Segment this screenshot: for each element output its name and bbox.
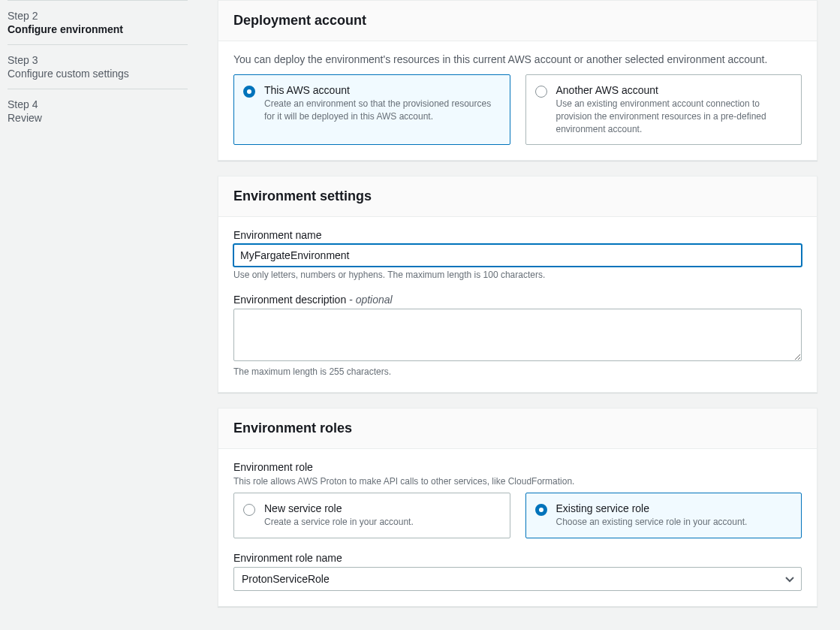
environment-role-label: Environment role [233, 461, 802, 473]
step-title: Review [8, 112, 188, 124]
radio-description: Create an environment so that the provis… [264, 98, 499, 123]
environment-description-input[interactable] [233, 309, 802, 361]
step-2[interactable]: Step 2 Configure environment [8, 1, 188, 45]
radio-description: Choose an existing service role in your … [556, 516, 791, 529]
radio-existing-service-role[interactable]: Existing service role Choose an existing… [525, 493, 802, 538]
radio-this-aws-account[interactable]: This AWS account Create an environment s… [233, 74, 510, 145]
environment-name-label: Environment name [233, 229, 802, 241]
radio-title: This AWS account [264, 84, 499, 96]
step-number: Step 4 [8, 98, 188, 110]
step-number: Step 2 [8, 10, 188, 22]
deployment-account-heading: Deployment account [233, 13, 802, 29]
radio-title: New service role [264, 502, 499, 514]
radio-description: Create a service role in your account. [264, 516, 499, 529]
environment-description-label: Environment description - optional [233, 294, 802, 306]
radio-icon [243, 86, 255, 98]
deployment-intro: You can deploy the environment's resourc… [233, 53, 802, 65]
radio-icon [243, 504, 255, 516]
environment-name-hint: Use only letters, numbers or hyphens. Th… [233, 270, 802, 280]
radio-new-service-role[interactable]: New service role Create a service role i… [233, 493, 510, 538]
step-title: Configure custom settings [8, 68, 188, 80]
radio-icon [535, 86, 547, 98]
step-number: Step 3 [8, 54, 188, 66]
environment-role-sublabel: This role allows AWS Proton to make API … [233, 476, 802, 487]
main-content: Deployment account You can deploy the en… [218, 0, 840, 622]
radio-another-aws-account[interactable]: Another AWS account Use an existing envi… [525, 74, 802, 145]
environment-role-name-select[interactable]: ProtonServiceRole [233, 567, 802, 591]
environment-role-name-label: Environment role name [233, 552, 802, 564]
environment-description-hint: The maximum length is 255 characters. [233, 366, 802, 377]
radio-title: Existing service role [556, 502, 791, 514]
step-4[interactable]: Step 4 Review [8, 89, 188, 133]
radio-icon [535, 504, 547, 516]
step-title: Configure environment [8, 23, 188, 35]
environment-roles-heading: Environment roles [233, 421, 802, 436]
environment-settings-card: Environment settings Environment name Us… [218, 176, 817, 393]
card-header: Environment settings [218, 176, 817, 217]
label-text: Environment description [233, 294, 346, 306]
optional-text: - optional [346, 294, 392, 306]
environment-name-input[interactable] [233, 244, 802, 267]
radio-title: Another AWS account [556, 84, 791, 96]
deployment-account-card: Deployment account You can deploy the en… [218, 0, 817, 161]
radio-description: Use an existing environment account conn… [556, 98, 791, 135]
environment-settings-heading: Environment settings [233, 188, 802, 204]
card-header: Deployment account [218, 1, 817, 41]
environment-roles-card: Environment roles Environment role This … [218, 408, 817, 607]
select-value: ProtonServiceRole [242, 573, 330, 585]
step-3[interactable]: Step 3 Configure custom settings [8, 45, 188, 89]
card-header: Environment roles [218, 408, 817, 449]
wizard-sidebar: Step 2 Configure environment Step 3 Conf… [0, 0, 218, 622]
